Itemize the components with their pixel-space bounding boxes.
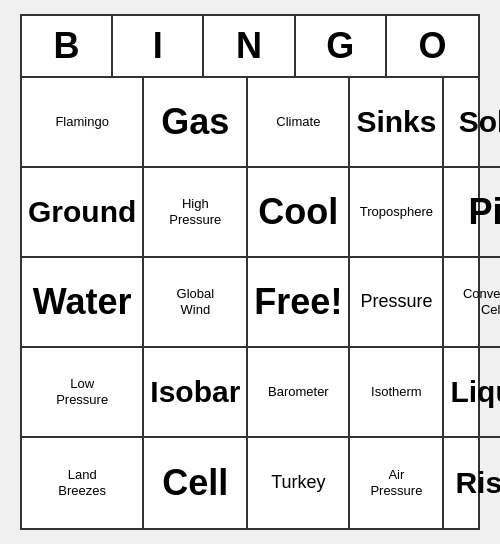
cell-text: Isotherm (371, 384, 422, 400)
header-letter: N (204, 16, 295, 76)
cell-text: Troposphere (360, 204, 433, 220)
bingo-cell: Flamingo (22, 78, 144, 168)
cell-text: Pie (468, 190, 500, 233)
bingo-cell: Rises (444, 438, 500, 528)
bingo-card: BINGO FlamingoGasClimateSinksSolidGround… (20, 14, 480, 530)
header-letter: I (113, 16, 204, 76)
bingo-cell: Cool (248, 168, 350, 258)
cell-text: Rises (455, 465, 500, 501)
cell-text: Global Wind (177, 286, 215, 317)
bingo-cell: Cell (144, 438, 248, 528)
bingo-cell: Air Pressure (350, 438, 444, 528)
header-letter: O (387, 16, 478, 76)
header-letter: B (22, 16, 113, 76)
cell-text: Liquid (450, 374, 500, 410)
cell-text: Cool (258, 190, 338, 233)
bingo-cell: Pressure (350, 258, 444, 348)
bingo-cell: High Pressure (144, 168, 248, 258)
cell-text: Flamingo (55, 114, 108, 130)
bingo-cell: Land Breezes (22, 438, 144, 528)
bingo-cell: Ground (22, 168, 144, 258)
cell-text: Climate (276, 114, 320, 130)
cell-text: Pressure (360, 291, 432, 313)
bingo-cell: Solid (444, 78, 500, 168)
bingo-cell: Low Pressure (22, 348, 144, 438)
bingo-cell: Troposphere (350, 168, 444, 258)
bingo-cell: Convection Cells (444, 258, 500, 348)
bingo-cell: Barometer (248, 348, 350, 438)
cell-text: Isobar (150, 374, 240, 410)
bingo-cell: Water (22, 258, 144, 348)
cell-text: Solid (459, 104, 500, 140)
cell-text: Cell (162, 461, 228, 504)
cell-text: Convection Cells (450, 286, 500, 317)
cell-text: Sinks (356, 104, 436, 140)
cell-text: Barometer (268, 384, 329, 400)
bingo-cell: Turkey (248, 438, 350, 528)
bingo-cell: Free! (248, 258, 350, 348)
cell-text: Gas (161, 100, 229, 143)
bingo-cell: Pie (444, 168, 500, 258)
bingo-cell: Isotherm (350, 348, 444, 438)
header-letter: G (296, 16, 387, 76)
bingo-cell: Liquid (444, 348, 500, 438)
bingo-cell: Gas (144, 78, 248, 168)
bingo-cell: Isobar (144, 348, 248, 438)
bingo-grid: FlamingoGasClimateSinksSolidGroundHigh P… (22, 78, 478, 528)
cell-text: Turkey (271, 472, 325, 494)
cell-text: Low Pressure (56, 376, 108, 407)
cell-text: Water (33, 280, 132, 323)
cell-text: Ground (28, 194, 136, 230)
cell-text: Air Pressure (370, 467, 422, 498)
bingo-cell: Climate (248, 78, 350, 168)
cell-text: High Pressure (169, 196, 221, 227)
cell-text: Free! (254, 280, 342, 323)
bingo-cell: Sinks (350, 78, 444, 168)
cell-text: Land Breezes (58, 467, 106, 498)
bingo-header: BINGO (22, 16, 478, 78)
bingo-cell: Global Wind (144, 258, 248, 348)
